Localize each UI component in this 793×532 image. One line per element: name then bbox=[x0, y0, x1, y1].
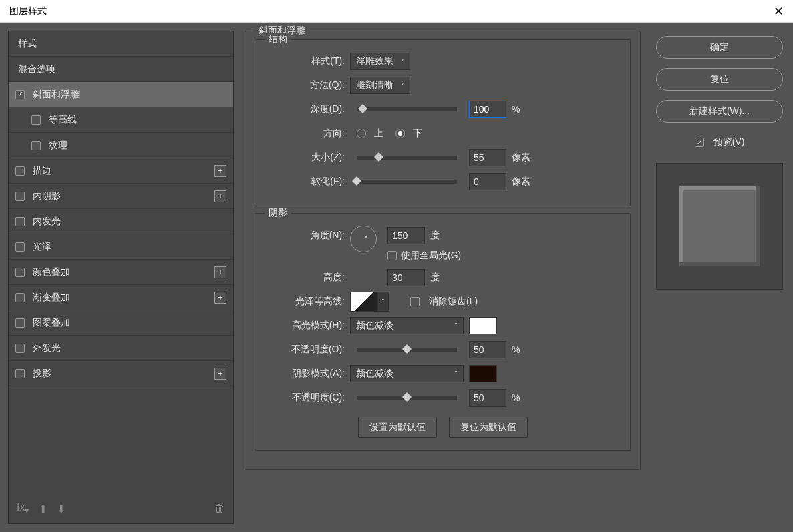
sidebar-item-label: 内发光 bbox=[33, 216, 226, 228]
add-instance-icon[interactable]: + bbox=[214, 165, 226, 177]
shadow-mode-label: 阴影模式(A): bbox=[265, 368, 345, 380]
direction-down-radio[interactable] bbox=[395, 129, 405, 138]
effect-checkbox[interactable] bbox=[15, 90, 25, 99]
bevel-group: 斜面和浮雕 结构 样式(T): 浮雕效果˅ 方法(Q): 雕刻清晰˅ 深度(D) bbox=[245, 31, 641, 470]
shadow-color-swatch[interactable] bbox=[469, 365, 497, 382]
add-instance-icon[interactable]: + bbox=[214, 190, 226, 202]
sidebar-item[interactable]: 投影+ bbox=[9, 361, 233, 386]
move-down-icon[interactable]: ⬇ bbox=[57, 503, 65, 515]
effect-checkbox[interactable] bbox=[31, 141, 41, 150]
gloss-label: 光泽等高线: bbox=[265, 296, 345, 308]
sidebar-item[interactable]: 描边+ bbox=[9, 158, 233, 184]
preview-checkbox[interactable] bbox=[695, 138, 704, 147]
sidebar-item-label: 描边 bbox=[33, 165, 214, 177]
shadow-mode-select[interactable]: 颜色减淡˅ bbox=[350, 365, 464, 382]
depth-input[interactable] bbox=[469, 101, 506, 118]
effect-checkbox[interactable] bbox=[15, 192, 25, 201]
sidebar-item-label: 等高线 bbox=[49, 114, 226, 126]
effect-checkbox[interactable] bbox=[31, 115, 41, 125]
angle-label: 角度(N): bbox=[265, 226, 345, 242]
altitude-input[interactable] bbox=[387, 269, 425, 286]
chevron-down-icon[interactable]: ˅ bbox=[378, 292, 389, 312]
trash-icon[interactable]: 🗑 bbox=[214, 503, 225, 515]
effect-checkbox[interactable] bbox=[15, 268, 25, 277]
depth-slider[interactable] bbox=[357, 107, 457, 111]
make-default-button[interactable]: 设置为默认值 bbox=[358, 417, 437, 438]
direction-label: 方向: bbox=[265, 127, 345, 140]
sidebar-item[interactable]: 纹理 bbox=[9, 133, 233, 158]
sidebar-item[interactable]: 图案叠加 bbox=[9, 310, 233, 336]
sidebar-item[interactable]: 光泽 bbox=[9, 234, 233, 260]
shading-group: 阴影 角度(N): 度 使用全局光(G) bbox=[255, 213, 631, 451]
preview-thumbnail bbox=[656, 163, 783, 290]
sidebar-item[interactable]: 内发光 bbox=[9, 209, 233, 234]
angle-input[interactable] bbox=[387, 227, 425, 244]
shadow-opacity-input[interactable] bbox=[469, 389, 506, 407]
reset-default-button[interactable]: 复位为默认值 bbox=[449, 417, 528, 438]
sidebar-item[interactable]: 斜面和浮雕 bbox=[9, 82, 233, 107]
angle-widget[interactable] bbox=[350, 226, 377, 252]
soften-input[interactable] bbox=[469, 173, 506, 190]
titlebar: 图层样式 ✕ bbox=[0, 0, 793, 23]
ok-button[interactable]: 确定 bbox=[656, 36, 783, 59]
soften-slider[interactable] bbox=[357, 180, 457, 184]
sidebar-blend-header[interactable]: 混合选项 bbox=[9, 57, 233, 82]
close-icon[interactable]: ✕ bbox=[774, 4, 784, 19]
effect-checkbox[interactable] bbox=[15, 242, 25, 252]
styles-sidebar: 样式 混合选项 斜面和浮雕等高线纹理描边+内阴影+内发光光泽颜色叠加+渐变叠加+… bbox=[0, 23, 239, 532]
move-up-icon[interactable]: ⬆ bbox=[39, 503, 47, 515]
global-light-checkbox[interactable] bbox=[387, 251, 397, 260]
sidebar-item[interactable]: 等高线 bbox=[9, 107, 233, 133]
sidebar-item[interactable]: 颜色叠加+ bbox=[9, 260, 233, 285]
style-select[interactable]: 浮雕效果˅ bbox=[350, 53, 410, 70]
sidebar-item-label: 纹理 bbox=[49, 140, 226, 152]
sidebar-item-label: 光泽 bbox=[33, 241, 226, 253]
shadow-opacity-slider[interactable] bbox=[357, 396, 457, 400]
window-title: 图层样式 bbox=[9, 5, 47, 17]
highlight-opacity-input[interactable] bbox=[469, 341, 506, 358]
size-input[interactable] bbox=[469, 149, 506, 166]
size-label: 大小(Z): bbox=[265, 152, 345, 164]
add-instance-icon[interactable]: + bbox=[214, 292, 226, 304]
fx-icon[interactable]: fx▾ bbox=[17, 501, 29, 515]
gloss-contour-picker[interactable]: ˅ bbox=[350, 292, 389, 312]
highlight-color-swatch[interactable] bbox=[469, 317, 497, 334]
add-instance-icon[interactable]: + bbox=[214, 266, 226, 278]
effect-checkbox[interactable] bbox=[15, 369, 25, 378]
sidebar-item-label: 渐变叠加 bbox=[33, 292, 214, 304]
technique-select[interactable]: 雕刻清晰˅ bbox=[350, 77, 410, 94]
add-instance-icon[interactable]: + bbox=[214, 368, 226, 380]
cancel-button[interactable]: 复位 bbox=[656, 68, 783, 91]
chevron-down-icon: ˅ bbox=[454, 322, 458, 330]
highlight-opacity-label: 不透明度(O): bbox=[265, 344, 345, 356]
size-slider[interactable] bbox=[357, 156, 457, 160]
sidebar-item-label: 外发光 bbox=[33, 342, 226, 354]
soften-label: 软化(F): bbox=[265, 176, 345, 188]
contour-thumbnail bbox=[350, 292, 378, 312]
highlight-mode-label: 高光模式(H): bbox=[265, 320, 345, 332]
sidebar-item[interactable]: 渐变叠加+ bbox=[9, 285, 233, 310]
sidebar-item[interactable]: 外发光 bbox=[9, 336, 233, 361]
technique-label: 方法(Q): bbox=[265, 79, 345, 91]
sidebar-styles-header[interactable]: 样式 bbox=[9, 31, 233, 57]
structure-group: 结构 样式(T): 浮雕效果˅ 方法(Q): 雕刻清晰˅ 深度(D): bbox=[255, 39, 631, 206]
direction-up-radio[interactable] bbox=[357, 129, 366, 138]
highlight-mode-select[interactable]: 颜色减淡˅ bbox=[350, 317, 464, 334]
sidebar-item-label: 投影 bbox=[33, 368, 214, 380]
altitude-label: 高度: bbox=[265, 272, 345, 284]
sidebar-item[interactable]: 内阴影+ bbox=[9, 184, 233, 209]
effect-checkbox[interactable] bbox=[15, 293, 25, 302]
sidebar-item-label: 斜面和浮雕 bbox=[33, 89, 226, 101]
effect-checkbox[interactable] bbox=[15, 344, 25, 353]
effect-checkbox[interactable] bbox=[15, 166, 25, 176]
highlight-opacity-slider[interactable] bbox=[357, 348, 457, 352]
sidebar-item-label: 内阴影 bbox=[33, 190, 214, 202]
sidebar-item-label: 图案叠加 bbox=[33, 317, 226, 329]
style-label: 样式(T): bbox=[265, 55, 345, 67]
new-style-button[interactable]: 新建样式(W)... bbox=[656, 100, 783, 123]
antialias-checkbox[interactable] bbox=[410, 297, 420, 306]
effect-checkbox[interactable] bbox=[15, 217, 25, 226]
chevron-down-icon: ˅ bbox=[454, 370, 458, 378]
effect-checkbox[interactable] bbox=[15, 318, 25, 328]
shadow-opacity-label: 不透明度(C): bbox=[265, 392, 345, 404]
